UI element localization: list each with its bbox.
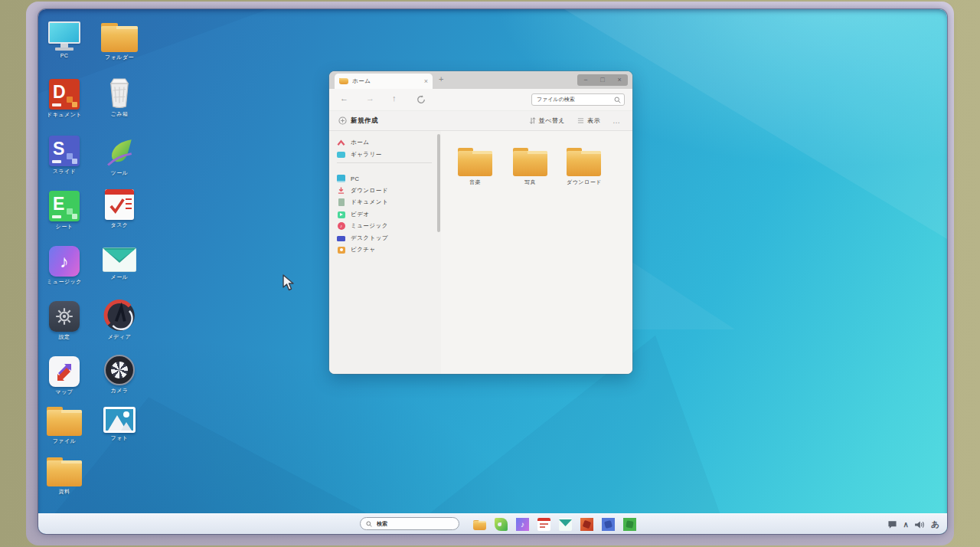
docs-d-icon: D	[49, 79, 80, 110]
icon-label: ミュージック	[40, 279, 89, 285]
download-icon	[337, 187, 345, 195]
sidebar-item-pictures[interactable]: ピクチャ	[337, 244, 435, 255]
icon-label: 資料	[40, 489, 89, 495]
tray-expand-caret[interactable]: ∧	[903, 521, 908, 529]
dock-app-red-icon[interactable]	[580, 518, 593, 531]
folder-item[interactable]: 音楽	[458, 148, 492, 186]
minimize-button[interactable]: −	[583, 77, 587, 84]
tab-folder-icon	[339, 78, 348, 85]
file-search-box[interactable]	[531, 93, 625, 106]
forward-button[interactable]: →	[366, 94, 374, 103]
home-icon	[337, 139, 345, 147]
folder-label: ダウンロード	[567, 179, 601, 186]
window-sidebar: ホーム ギャラリー PC	[329, 131, 441, 374]
command-bar: 新規作成 並べ替え 表示 …	[329, 111, 632, 131]
sidebar-item-label: ミュージック	[351, 222, 388, 230]
desktop-icon-media-app[interactable]: メディア	[95, 300, 144, 340]
desktop-icon-tools-app[interactable]: ツール	[95, 136, 144, 176]
sidebar-item-documents[interactable]: ドキュメント	[337, 197, 435, 208]
icon-label: ドキュメント	[40, 112, 89, 118]
desktop-icon-music-app[interactable]: ♪ ミュージック	[40, 246, 89, 285]
window-body: ホーム ギャラリー PC	[329, 131, 632, 374]
up-button[interactable]: ↑	[392, 94, 397, 103]
sidebar-item-label: ダウンロード	[351, 187, 388, 195]
icon-label: シート	[40, 224, 89, 230]
sidebar-item-videos[interactable]: ビデオ	[337, 209, 435, 220]
desktop-icon-slides-app[interactable]: S スライド	[40, 136, 89, 175]
icon-label: スライド	[40, 169, 89, 175]
new-tab-button[interactable]: +	[439, 74, 443, 84]
folder-icon	[101, 23, 138, 52]
slides-s-icon: S	[49, 136, 80, 166]
leaf-icon	[103, 136, 136, 168]
image-viewer-icon	[103, 407, 136, 433]
desktop-icon-tasks-app[interactable]: タスク	[95, 189, 144, 228]
desktop-icon-my-computer[interactable]: PC	[40, 21, 89, 59]
speaker-icon[interactable]	[914, 520, 926, 529]
maximize-button[interactable]: □	[600, 77, 604, 84]
sidebar-item-music[interactable]: ♪ ミュージック	[337, 221, 435, 231]
folder-item[interactable]: ダウンロード	[567, 148, 601, 186]
back-button[interactable]: ←	[340, 94, 348, 103]
folder-content-pane[interactable]: 音楽 写真 ダウンロード	[441, 131, 632, 374]
navigation-toolbar: ← → ↑	[329, 89, 632, 111]
sheets-e-icon: E	[49, 191, 80, 221]
sidebar-scrollbar[interactable]	[437, 134, 440, 232]
file-search-input[interactable]	[535, 97, 612, 103]
sidebar-item-desktop[interactable]: デスクトップ	[337, 233, 435, 244]
dock-office-green-icon[interactable]	[495, 518, 508, 531]
desktop-icon-folder-top[interactable]: フォルダー	[95, 23, 144, 61]
icon-label: フォト	[95, 435, 144, 441]
window-titlebar[interactable]: ホーム × + − □ ×	[329, 71, 632, 89]
sidebar-item-gallery[interactable]: ギャラリー	[337, 149, 435, 160]
desktop-icon-folder-projects[interactable]: ファイル	[40, 407, 89, 444]
refresh-button[interactable]	[416, 95, 426, 106]
camera-aperture-icon	[104, 355, 135, 385]
file-manager-window: ホーム × + − □ × ← → ↑	[329, 71, 632, 374]
chat-bubble-icon[interactable]	[887, 520, 897, 529]
taskbar-search-box[interactable]	[360, 517, 459, 530]
computer-icon	[47, 21, 81, 51]
dock-mail-icon[interactable]	[559, 518, 572, 531]
taskbar: ♪ ∧	[38, 513, 947, 534]
desktop-icon-photos-app[interactable]: フォト	[95, 407, 144, 441]
icon-label: メディア	[95, 334, 144, 340]
new-item-button[interactable]: 新規作成	[329, 116, 378, 126]
desktop-icon-documents-app[interactable]: D ドキュメント	[40, 79, 89, 118]
desktop-icon-settings-app[interactable]: 設定	[40, 301, 89, 340]
window-tab[interactable]: ホーム ×	[335, 74, 433, 89]
folder-icon	[47, 407, 82, 436]
view-button[interactable]: 表示	[577, 116, 600, 125]
desktop-icon-maps-app[interactable]: マップ	[40, 356, 89, 395]
dock-app-green-icon[interactable]	[623, 518, 636, 531]
pictures-icon	[337, 246, 345, 254]
folder-item[interactable]: 写真	[513, 148, 547, 186]
sort-arrows-icon	[529, 116, 536, 125]
tab-close-button[interactable]: ×	[424, 78, 428, 85]
desktop-icon-mail-app[interactable]: メール	[95, 247, 144, 280]
desktop-icon-camera-app[interactable]: カメラ	[95, 355, 144, 394]
sort-button[interactable]: 並べ替え	[529, 116, 565, 125]
gear-icon	[49, 301, 80, 332]
folder-icon	[513, 148, 547, 176]
music-circle-icon: ♪	[337, 222, 345, 231]
sidebar-item-downloads[interactable]: ダウンロード	[337, 185, 435, 196]
ime-indicator[interactable]: あ	[931, 520, 939, 529]
close-button[interactable]: ×	[617, 77, 621, 84]
dock-calendar-icon[interactable]	[537, 518, 550, 531]
tab-title: ホーム	[352, 77, 420, 85]
sidebar-item-pc[interactable]: PC	[337, 173, 435, 184]
taskbar-search-input[interactable]	[375, 520, 453, 527]
desktop-screen: PC D ドキュメント S スライド E シート ♪ ミュージック	[38, 9, 947, 534]
search-icon	[614, 97, 621, 103]
sidebar-item-home[interactable]: ホーム	[337, 137, 435, 148]
pc-monitor-icon	[337, 175, 345, 183]
icon-label: ファイル	[40, 438, 89, 444]
dock-app-blue-icon[interactable]	[602, 518, 615, 531]
desktop-icon-sheets-app[interactable]: E シート	[40, 191, 89, 230]
dock-music-icon[interactable]: ♪	[516, 518, 529, 531]
sidebar-item-label: ギャラリー	[351, 151, 382, 159]
desktop-icon-folder-archive[interactable]: 資料	[40, 457, 89, 495]
desktop-icon-trash[interactable]: ごみ箱	[95, 77, 144, 117]
dock-files-icon[interactable]	[473, 520, 486, 531]
